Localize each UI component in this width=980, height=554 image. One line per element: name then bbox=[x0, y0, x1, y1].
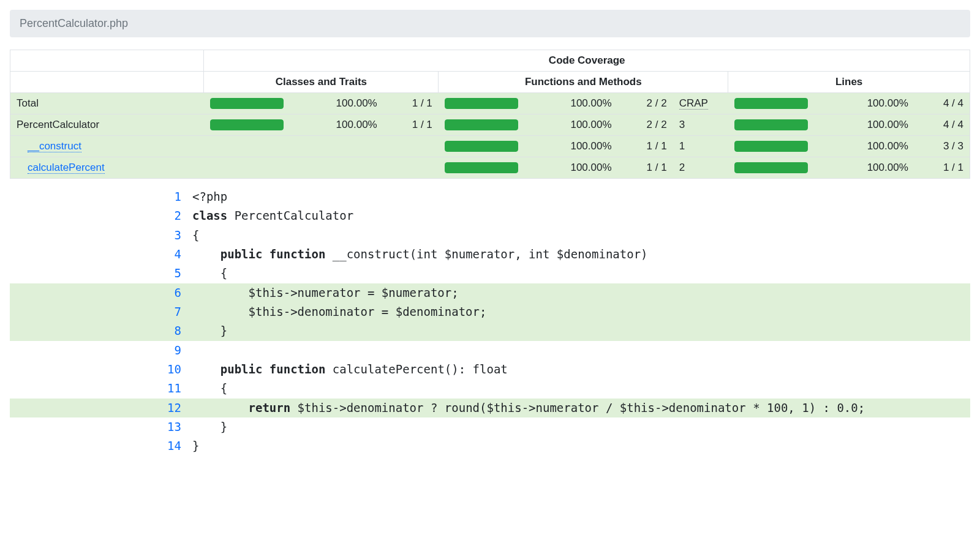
row-name-cell: __construct bbox=[10, 136, 204, 157]
lines-pct: 100.00% bbox=[832, 93, 914, 114]
crap-value: 3 bbox=[673, 114, 728, 136]
progress-lines bbox=[734, 98, 808, 109]
line-number[interactable]: 11 bbox=[10, 379, 192, 398]
crap-header-cell: CRAP bbox=[673, 93, 728, 114]
classes-pct: 100.00% bbox=[301, 93, 383, 114]
progress-cell-classes bbox=[204, 114, 301, 136]
progress-functions bbox=[445, 162, 518, 173]
progress-bar-lines bbox=[734, 98, 808, 109]
functions-pct: 100.00% bbox=[535, 114, 617, 136]
line-code: } bbox=[192, 436, 970, 455]
classes-frac bbox=[383, 157, 439, 179]
progress-classes bbox=[210, 98, 284, 109]
line-code: class PercentCalculator bbox=[192, 206, 970, 225]
row-name-cell: PercentCalculator bbox=[10, 114, 204, 136]
header-lines: Lines bbox=[728, 72, 970, 93]
line-number[interactable]: 12 bbox=[10, 399, 192, 417]
row-name-cell: Total bbox=[10, 93, 204, 114]
header-classes: Classes and Traits bbox=[204, 72, 439, 93]
line-number[interactable]: 2 bbox=[10, 206, 192, 225]
header-coverage: Code Coverage bbox=[204, 50, 970, 72]
source-line: 12 return $this->denominator ? round($th… bbox=[10, 399, 970, 417]
source-line: 14} bbox=[10, 436, 970, 455]
line-number[interactable]: 7 bbox=[10, 302, 192, 321]
lines-frac: 4 / 4 bbox=[914, 114, 970, 136]
lines-frac: 1 / 1 bbox=[914, 157, 970, 179]
progress-cell-functions bbox=[439, 93, 535, 114]
line-number[interactable]: 8 bbox=[10, 321, 192, 340]
source-listing: 1<?php2class PercentCalculator3{4 public… bbox=[10, 187, 970, 456]
functions-frac: 2 / 2 bbox=[618, 93, 673, 114]
line-number[interactable]: 6 bbox=[10, 283, 192, 302]
source-line: 4 public function __construct(int $numer… bbox=[10, 245, 970, 264]
line-code: public function __construct(int $numerat… bbox=[192, 245, 970, 264]
classes-pct bbox=[301, 157, 383, 179]
line-code: } bbox=[192, 417, 970, 436]
progress-bar-classes bbox=[210, 98, 284, 109]
progress-lines bbox=[734, 119, 808, 130]
line-number[interactable]: 4 bbox=[10, 245, 192, 264]
progress-cell-functions bbox=[439, 114, 535, 136]
source-line: 10 public function calculatePercent(): f… bbox=[10, 360, 970, 379]
line-code: return $this->denominator ? round($this-… bbox=[192, 399, 970, 417]
progress-classes bbox=[210, 119, 284, 130]
progress-bar-classes bbox=[210, 119, 284, 130]
functions-pct: 100.00% bbox=[535, 136, 617, 157]
row-name-cell: calculatePercent bbox=[10, 157, 204, 179]
progress-cell-classes bbox=[204, 157, 301, 179]
source-line: 13 } bbox=[10, 417, 970, 436]
table-row: PercentCalculator100.00%1 / 1100.00%2 / … bbox=[10, 114, 970, 136]
line-number[interactable]: 9 bbox=[10, 341, 192, 360]
progress-bar-lines bbox=[734, 119, 808, 130]
line-number[interactable]: 13 bbox=[10, 417, 192, 436]
progress-bar-functions bbox=[445, 98, 518, 109]
progress-functions bbox=[445, 141, 518, 152]
source-line: 6 $this->numerator = $numerator; bbox=[10, 283, 970, 302]
lines-frac: 3 / 3 bbox=[914, 136, 970, 157]
progress-bar-functions bbox=[445, 119, 518, 130]
progress-cell-lines bbox=[728, 157, 832, 179]
classes-frac: 1 / 1 bbox=[383, 114, 439, 136]
line-number[interactable]: 5 bbox=[10, 264, 192, 283]
classes-pct: 100.00% bbox=[301, 114, 383, 136]
crap-value: 2 bbox=[673, 157, 728, 179]
source-line: 9 bbox=[10, 341, 970, 360]
line-number[interactable]: 1 bbox=[10, 187, 192, 206]
line-code bbox=[192, 341, 970, 360]
breadcrumb: PercentCalculator.php bbox=[10, 10, 970, 37]
line-number[interactable]: 3 bbox=[10, 226, 192, 245]
line-code: } bbox=[192, 321, 970, 340]
functions-pct: 100.00% bbox=[535, 93, 617, 114]
progress-bar-functions bbox=[445, 141, 518, 152]
crap-value: 1 bbox=[673, 136, 728, 157]
progress-cell-functions bbox=[439, 157, 535, 179]
row-name: Total bbox=[17, 97, 39, 109]
table-row: __construct100.00%1 / 11100.00%3 / 3 bbox=[10, 136, 970, 157]
classes-frac bbox=[383, 136, 439, 157]
source-line: 2class PercentCalculator bbox=[10, 206, 970, 225]
source-line: 11 { bbox=[10, 379, 970, 398]
functions-frac: 1 / 1 bbox=[618, 157, 673, 179]
row-link[interactable]: __construct bbox=[28, 140, 81, 152]
line-number[interactable]: 10 bbox=[10, 360, 192, 379]
row-link[interactable]: calculatePercent bbox=[28, 162, 105, 174]
line-number[interactable]: 14 bbox=[10, 436, 192, 455]
lines-pct: 100.00% bbox=[832, 114, 914, 136]
lines-frac: 4 / 4 bbox=[914, 93, 970, 114]
header-functions: Functions and Methods bbox=[439, 72, 728, 93]
row-name: PercentCalculator bbox=[17, 119, 99, 130]
source-line: 8 } bbox=[10, 321, 970, 340]
coverage-table: Code Coverage Classes and Traits Functio… bbox=[10, 50, 970, 179]
line-code: { bbox=[192, 264, 970, 283]
progress-cell-classes bbox=[204, 93, 301, 114]
progress-bar-lines bbox=[734, 162, 808, 173]
lines-pct: 100.00% bbox=[832, 136, 914, 157]
functions-frac: 2 / 2 bbox=[618, 114, 673, 136]
progress-cell-lines bbox=[728, 136, 832, 157]
progress-cell-lines bbox=[728, 114, 832, 136]
progress-lines bbox=[734, 162, 808, 173]
source-line: 3{ bbox=[10, 226, 970, 245]
line-code: $this->denominator = $denominator; bbox=[192, 302, 970, 321]
line-code: public function calculatePercent(): floa… bbox=[192, 360, 970, 379]
progress-functions bbox=[445, 119, 518, 130]
